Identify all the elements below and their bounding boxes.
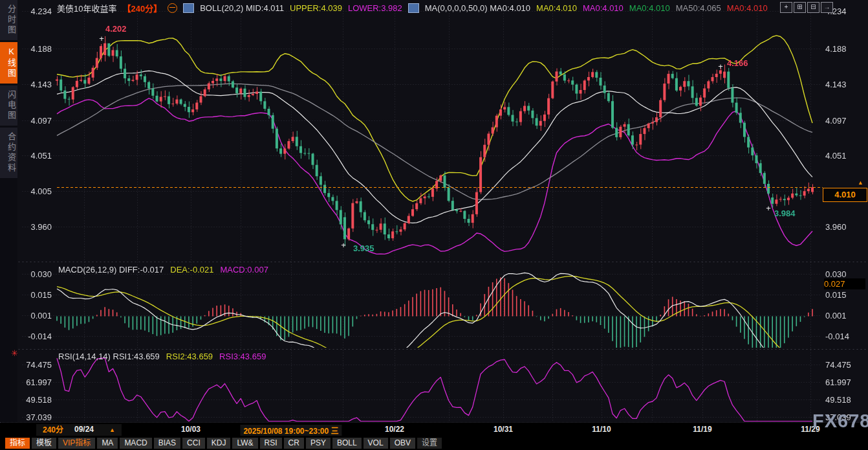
boll-indicator-icon (183, 3, 194, 13)
axis-label: 0.001 (825, 311, 847, 321)
axis-label: 74.475 (18, 360, 52, 370)
rsi1-label: RSI(14,14,14) RSI1:43.659 (58, 352, 160, 361)
rsi2-value: RSI2:43.659 (166, 352, 213, 361)
extreme-price-label: 4.166 (727, 58, 748, 68)
date-tick: 10/22 (385, 425, 404, 434)
date-tick: 10/03 (181, 425, 201, 434)
axis-label: 61.997 (825, 377, 851, 387)
toolbar-button[interactable]: 模板 (32, 438, 56, 449)
axis-label: 49.518 (18, 395, 52, 405)
cross-marker-icon: + (766, 203, 771, 213)
cross-marker-icon: + (341, 240, 346, 250)
axis-label: 4.097 (825, 116, 847, 126)
axis-label: 0.015 (18, 290, 52, 300)
sidebar-tab[interactable]: 闪电图 (0, 85, 17, 126)
ma-value: MA0:4.010 (536, 3, 577, 13)
ma-value: MA50:4.065 (676, 3, 721, 13)
ma-values: MA0:4.010MA0:4.010MA0:4.010MA50:4.065MA0… (536, 3, 774, 13)
macd-current-tag: 0.027 (824, 278, 865, 289)
ma-value: MA0:4.010 (727, 3, 768, 13)
alert-marker-icon: ✳ (11, 348, 18, 358)
ma-group-values: MA(0,0,0,0,50,0) MA0:4.010 (425, 3, 530, 13)
axis-label: -0.014 (825, 332, 849, 341)
axis-label: 0.030 (825, 269, 847, 279)
axis-label: 0.015 (825, 290, 847, 300)
toolbar-button[interactable]: LW& (232, 438, 257, 449)
boll-lower-value: LOWER:3.982 (348, 3, 402, 13)
toolbar-button[interactable]: CCI (182, 438, 205, 449)
extreme-price-label: 3.984 (774, 208, 796, 218)
extreme-price-label: 3.935 (353, 243, 374, 253)
axis-label: 4.188 (18, 44, 52, 54)
collapse-icon[interactable] (168, 3, 177, 13)
window-layout-icon[interactable]: → (821, 2, 833, 13)
date-tick: 09/24 (74, 425, 94, 434)
ma-value: MA0:4.010 (583, 3, 624, 13)
toolbar-button[interactable]: OBV (390, 438, 415, 449)
axis-label: 4.097 (18, 116, 52, 126)
price-pin-icon: ▲ (858, 179, 863, 186)
macd-dea-value: DEA:-0.021 (170, 265, 213, 275)
right-axis: 4.2344.1884.1434.0974.0513.9600.0300.015… (825, 0, 867, 450)
toolbar-button[interactable]: BOLL (332, 438, 362, 449)
sidebar-tab[interactable]: 分时图 (0, 0, 17, 40)
toolbar-button[interactable]: VOL (363, 438, 388, 449)
window-layout-icon[interactable]: ⊞ (794, 2, 806, 13)
axis-label: 61.997 (18, 377, 52, 387)
sidebar: 分时图K线图闪电图合约资料 (0, 0, 17, 422)
last-price-tag: 4.010 (823, 188, 867, 202)
axis-label: 4.143 (18, 80, 52, 89)
boll-upper-value: UPPER:4.039 (290, 3, 342, 13)
toolbar-button[interactable]: PSY (306, 438, 331, 449)
sidebar-tab[interactable]: K线图 (0, 42, 17, 84)
toolbar-button[interactable]: MA (97, 438, 118, 449)
boll-values: BOLL(20,2) MID:4.011 (200, 3, 284, 13)
axis-label: 0.030 (18, 269, 52, 279)
axis-label: 4.143 (825, 80, 847, 89)
axis-label: 4.234 (18, 6, 52, 16)
instrument-title: 美债10年收益率 (57, 2, 116, 14)
macd-header: MACD(26,12,9) DIFF:-0.017 DEA:-0.021 MAC… (58, 265, 268, 275)
date-tick: 11/10 (592, 425, 611, 434)
axis-label: 3.960 (18, 222, 52, 232)
toolbar-button[interactable]: 设置 (417, 438, 442, 449)
ma-value: MA0:4.010 (629, 3, 670, 13)
chart-header: 美债10年收益率 【240分】 BOLL(20,2) MID:4.011 UPP… (57, 2, 774, 14)
toolbar-button[interactable]: VIP指标 (58, 438, 95, 449)
selected-candle-date: 2025/10/08 19:00~23:00 三 (240, 425, 342, 436)
window-layout-icon[interactable]: + (780, 2, 792, 13)
indicator-toolbar: 指标模板VIP指标MAMACDBIASCCIKDJLW&RSICRPSYBOLL… (0, 436, 868, 450)
axis-label: 4.188 (825, 44, 847, 54)
toolbar-button[interactable]: MACD (120, 438, 151, 449)
axis-label: 4.051 (825, 151, 847, 161)
axis-label: 3.960 (825, 222, 847, 232)
macd-hist-value: MACD:0.007 (220, 265, 268, 275)
macd-label: MACD(26,12,9) DIFF:-0.017 (58, 265, 164, 275)
watermark: FX678 (812, 411, 868, 432)
toolbar-button[interactable]: BIAS (154, 438, 180, 449)
left-axis: 4.2344.1884.1434.0974.0514.0053.9600.030… (18, 0, 52, 450)
ma-indicator-icon (408, 3, 419, 13)
chevron-up-icon: ▲ (109, 424, 115, 436)
axis-label: 37.039 (18, 412, 52, 422)
axis-label: 49.518 (825, 395, 851, 405)
sidebar-tab[interactable]: 合约资料 (0, 128, 17, 178)
toolbar-button[interactable]: RSI (260, 438, 282, 449)
window-layout-icon[interactable]: ⊟ (807, 2, 819, 13)
period-label: 240分 (43, 425, 63, 434)
axis-label: 0.001 (18, 311, 52, 321)
window-icons: +⊞⊟→ (780, 2, 833, 13)
date-tick: 10/31 (494, 425, 513, 434)
date-tick: 11/19 (693, 425, 711, 434)
axis-label: -0.014 (18, 332, 52, 341)
extreme-price-label: 4.202 (105, 24, 127, 34)
toolbar-button[interactable]: KDJ (207, 438, 231, 449)
cross-marker-icon: + (718, 62, 723, 71)
axis-label: 4.051 (18, 151, 52, 161)
axis-label: 74.475 (825, 360, 851, 370)
toolbar-button[interactable]: CR (284, 438, 304, 449)
rsi3-value: RSI3:43.659 (219, 352, 266, 361)
cross-marker-icon: + (99, 34, 104, 43)
x-axis-strip: 240分 ▲ 09/2410/0310/2210/3111/1011/1911/… (0, 422, 868, 437)
toolbar-button[interactable]: 指标 (5, 438, 30, 449)
